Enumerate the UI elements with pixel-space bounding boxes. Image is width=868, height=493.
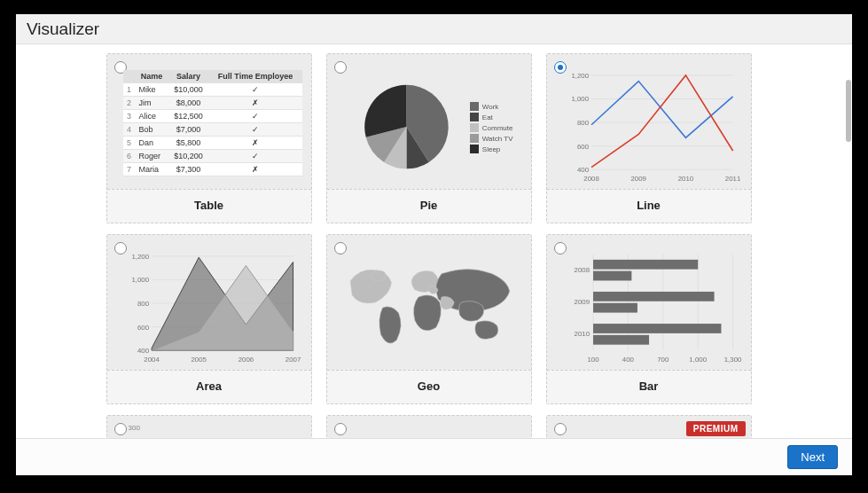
svg-text:2008: 2008 — [583, 175, 599, 183]
svg-text:800: 800 — [137, 300, 149, 308]
svg-rect-44 — [593, 292, 715, 301]
scrollbar[interactable] — [845, 44, 852, 438]
svg-rect-47 — [593, 324, 721, 333]
radio-extra-2[interactable] — [334, 423, 347, 435]
table-preview: Name Salary Full Time Employee 1Mike$10,… — [123, 70, 302, 176]
premium-badge: PREMIUM — [686, 421, 746, 436]
pie-legend: WorkEatCommuteWatch TVSleep — [470, 102, 513, 155]
svg-rect-41 — [593, 260, 698, 270]
card-extra-2[interactable] — [326, 415, 532, 438]
svg-text:1,200: 1,200 — [131, 253, 149, 261]
card-line[interactable]: 4006008001,0001,2002008200920102011 Line — [546, 53, 752, 223]
svg-rect-45 — [593, 303, 637, 313]
card-label-table: Table — [107, 189, 311, 223]
radio-extra-3[interactable] — [554, 423, 567, 435]
geo-map-svg — [343, 251, 522, 364]
preview-area: 4006008001,0001,2002004200520062007 — [123, 251, 302, 364]
svg-text:2004: 2004 — [144, 356, 160, 364]
svg-text:400: 400 — [576, 166, 589, 174]
svg-text:2010: 2010 — [574, 330, 590, 338]
card-area[interactable]: 4006008001,0001,2002004200520062007 Area — [106, 234, 312, 404]
svg-text:2006: 2006 — [238, 356, 254, 364]
svg-text:600: 600 — [576, 143, 589, 151]
svg-text:1,000: 1,000 — [689, 356, 707, 364]
radio-extra-1[interactable] — [114, 423, 127, 435]
preview-line: 4006008001,0001,2002008200920102011 — [563, 70, 742, 184]
svg-text:2005: 2005 — [191, 356, 207, 364]
card-geo[interactable]: Geo — [326, 234, 532, 404]
preview-pie: WorkEatCommuteWatch TVSleep — [343, 70, 522, 184]
svg-text:100: 100 — [587, 356, 599, 364]
svg-rect-48 — [593, 335, 649, 345]
svg-text:2008: 2008 — [574, 266, 590, 274]
svg-text:1,000: 1,000 — [571, 95, 589, 103]
area-chart-svg: 4006008001,0001,2002004200520062007 — [123, 251, 302, 364]
preview-table: Name Salary Full Time Employee 1Mike$10,… — [123, 70, 302, 184]
svg-text:2007: 2007 — [285, 356, 300, 364]
next-button[interactable]: Next — [787, 445, 838, 469]
card-extra-1[interactable]: 300 — [106, 415, 312, 438]
svg-text:400: 400 — [622, 356, 634, 364]
card-extra-3[interactable]: PREMIUM — [546, 415, 752, 438]
card-table[interactable]: Name Salary Full Time Employee 1Mike$10,… — [106, 53, 312, 223]
card-bar[interactable]: 1004007001,0001,300200820092010 Bar — [546, 234, 752, 404]
line-chart-svg: 4006008001,0001,2002008200920102011 — [563, 70, 742, 184]
card-label-line: Line — [547, 189, 751, 223]
footer-bar: Next — [16, 438, 852, 475]
bar-chart-svg: 1004007001,0001,300200820092010 — [563, 251, 742, 364]
svg-text:1,200: 1,200 — [571, 72, 589, 80]
preview-bar: 1004007001,0001,300200820092010 — [563, 251, 742, 364]
app-window: Visualizer Name Salary Full Time Employe… — [16, 14, 852, 475]
svg-text:700: 700 — [657, 356, 669, 364]
svg-text:400: 400 — [137, 347, 149, 355]
card-grid: Name Salary Full Time Employee 1Mike$10,… — [106, 53, 762, 438]
svg-text:2011: 2011 — [724, 175, 739, 183]
preview-geo — [343, 251, 522, 364]
svg-text:1,000: 1,000 — [131, 276, 149, 284]
chart-type-picker[interactable]: Name Salary Full Time Employee 1Mike$10,… — [16, 44, 852, 438]
svg-text:2009: 2009 — [574, 298, 589, 306]
card-label-geo: Geo — [327, 370, 531, 403]
svg-text:1,300: 1,300 — [723, 356, 741, 364]
card-label-bar: Bar — [547, 370, 751, 403]
svg-text:800: 800 — [576, 119, 589, 127]
card-label-pie: Pie — [327, 189, 531, 223]
svg-text:2009: 2009 — [630, 175, 645, 183]
window-title: Visualizer — [16, 14, 852, 44]
svg-text:2010: 2010 — [677, 175, 693, 183]
card-pie[interactable]: WorkEatCommuteWatch TVSleep Pie — [326, 53, 532, 223]
svg-rect-42 — [593, 271, 631, 281]
svg-text:600: 600 — [137, 324, 149, 332]
card-label-area: Area — [107, 370, 311, 403]
